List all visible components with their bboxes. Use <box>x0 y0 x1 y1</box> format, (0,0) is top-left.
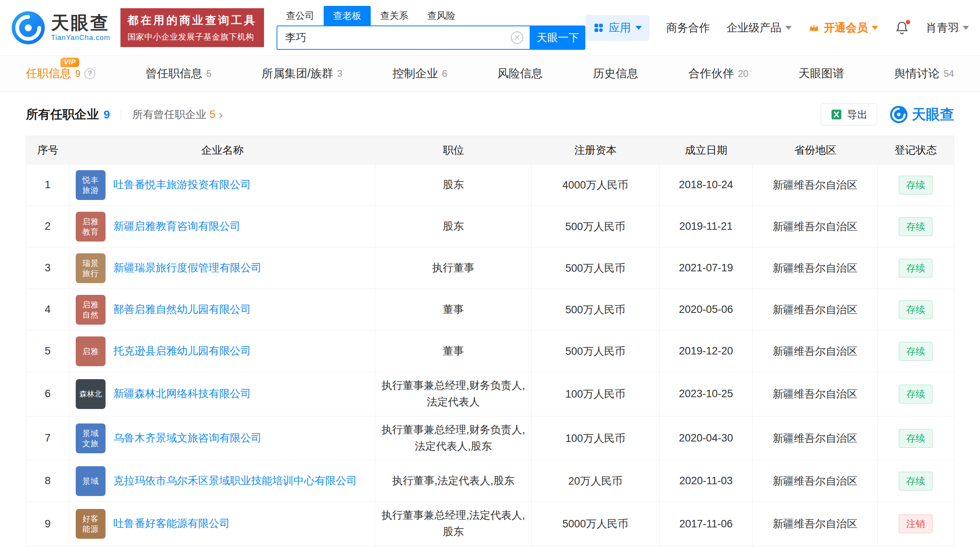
region-cell: 新疆维吾尔自治区 <box>753 460 878 501</box>
nav-tab-label: 历史信息 <box>593 66 638 82</box>
company-logo-text: 旅行 <box>82 268 99 278</box>
company-logo-text: 森林北 <box>80 389 102 399</box>
position-value: 执行董事 <box>432 260 475 276</box>
region-value: 新疆维吾尔自治区 <box>773 220 858 234</box>
status-badge: 注销 <box>899 514 933 533</box>
status-cell: 存续 <box>878 247 954 289</box>
region-value: 新疆维吾尔自治区 <box>773 517 858 531</box>
position-value: 执行董事,法定代表人,股东 <box>392 473 514 489</box>
established-date-cell: 2019-12-20 <box>659 331 753 372</box>
company-cell: 启雅教育 新疆启雅教育咨询有限公司 <box>69 206 375 247</box>
company-link[interactable]: 鄯善启雅自然幼儿园有限公司 <box>113 302 251 317</box>
vip-upgrade-menu[interactable]: 开通会员 <box>808 20 878 35</box>
capital-cell: 500万人民币 <box>532 289 659 330</box>
excel-icon <box>831 109 842 120</box>
company-logo: 启雅教育 <box>76 212 106 242</box>
company-link[interactable]: 新疆森林北网络科技有限公司 <box>113 387 251 402</box>
capital-value: 5000万人民币 <box>562 517 628 531</box>
status-badge: 存续 <box>899 217 933 236</box>
capital-value: 100万人民币 <box>565 387 625 401</box>
capital-value: 500万人民币 <box>565 303 625 317</box>
capital-cell: 100万人民币 <box>532 372 659 416</box>
search-tab[interactable]: 查关系 <box>371 6 418 25</box>
apps-menu[interactable]: 应用 <box>585 15 650 41</box>
clear-icon[interactable]: ✕ <box>511 31 523 44</box>
nav-tab[interactable]: VIP任职信息9? <box>26 56 95 91</box>
established-date-value: 2020-04-30 <box>679 432 733 444</box>
nav-tab[interactable]: 历史信息 <box>593 56 638 91</box>
business-cooperation-link[interactable]: 商务合作 <box>666 20 710 35</box>
row-index: 4 <box>45 303 51 316</box>
nav-tab[interactable]: 风险信息 <box>497 56 543 91</box>
search-box: ✕ <box>277 25 530 50</box>
position-cell: 执行董事,法定代表人,股东 <box>375 460 532 501</box>
established-date-cell: 2019-11-21 <box>659 206 753 247</box>
tianyancha-watermark: 天眼查 <box>890 105 954 124</box>
status-cell: 存续 <box>878 460 954 501</box>
search-tab[interactable]: 查风险 <box>418 6 465 25</box>
table-row: 9 好客能源 吐鲁番好客能源有限公司 执行董事兼总经理,法定代表人,股东 500… <box>26 502 954 546</box>
notifications-bell[interactable] <box>894 20 909 35</box>
search-tab[interactable]: 查公司 <box>277 6 324 25</box>
promo-line2: 国家中小企业发展子基金旗下机构 <box>128 31 257 42</box>
nav-tab[interactable]: 舆情讨论54 <box>894 56 954 91</box>
company-logo: 景域 <box>76 466 106 496</box>
table-row: 7 景域文旅 乌鲁木齐景域文旅咨询有限公司 执行董事兼总经理,财务负责人,法定代… <box>26 416 954 461</box>
nav-tab-label: 控制企业 <box>392 66 438 82</box>
row-index-cell: 9 <box>26 502 69 546</box>
apps-grid-icon <box>593 22 604 33</box>
export-button[interactable]: 导出 <box>821 104 877 125</box>
former-positions-link[interactable]: 所有曾任职企业 5 › <box>132 107 223 122</box>
company-logo-text: 教育 <box>82 227 99 237</box>
company-link[interactable]: 托克逊县启雅幼儿园有限公司 <box>113 344 251 359</box>
company-link[interactable]: 吐鲁番悦丰旅游投资有限公司 <box>113 178 251 193</box>
position-value: 股东 <box>443 177 464 193</box>
company-link[interactable]: 新疆瑞景旅行度假管理有限公司 <box>113 261 262 276</box>
position-cell: 执行董事 <box>375 247 532 289</box>
company-link[interactable]: 乌鲁木齐景域文旅咨询有限公司 <box>113 431 262 446</box>
company-link[interactable]: 克拉玛依市乌尔禾区景域职业技能培训中心有限公司 <box>113 474 357 489</box>
nav-tab-count: 5 <box>206 68 211 79</box>
nav-tab[interactable]: 天眼图谱 <box>798 56 844 91</box>
notification-dot <box>905 19 911 25</box>
enterprise-products-menu[interactable]: 企业级产品 <box>727 20 792 35</box>
tianyancha-logo[interactable]: 天眼查 TianYanCha.com <box>11 11 110 45</box>
caret-down-icon <box>636 26 642 30</box>
capital-value: 500万人民币 <box>565 344 625 358</box>
caret-down-icon <box>963 26 969 30</box>
nav-tab-count: 6 <box>442 68 447 79</box>
company-logo: 好客能源 <box>76 509 106 539</box>
search-button[interactable]: 天眼一下 <box>530 25 585 50</box>
capital-value: 4000万人民币 <box>562 178 628 192</box>
status-cell: 存续 <box>878 206 954 247</box>
vip-upgrade-label: 开通会员 <box>824 20 868 35</box>
nav-tab[interactable]: 合作伙伴20 <box>689 56 749 91</box>
user-menu[interactable]: 肖青羽 <box>926 20 969 35</box>
top-header: 天眼查 TianYanCha.com 都在用的商业查询工具 国家中小企业发展子基… <box>0 0 980 56</box>
column-header: 企业名称 <box>69 136 375 164</box>
established-date-cell: 2023-10-25 <box>659 372 753 416</box>
status-badge: 存续 <box>899 342 933 361</box>
search-input[interactable] <box>277 26 530 49</box>
search-tab[interactable]: 查老板 <box>324 6 371 25</box>
company-link[interactable]: 新疆启雅教育咨询有限公司 <box>113 219 240 234</box>
capital-value: 100万人民币 <box>565 431 625 445</box>
capital-cell: 500万人民币 <box>532 331 659 372</box>
row-index: 2 <box>45 220 51 233</box>
capital-cell: 4000万人民币 <box>532 164 659 205</box>
logo-title: 天眼查 <box>51 13 110 32</box>
row-index-cell: 8 <box>26 460 69 501</box>
nav-tab[interactable]: 所属集团/族群3 <box>262 56 342 91</box>
section-head: 所有任职企业 9 所有曾任职企业 5 › 导出 <box>0 92 980 134</box>
status-cell: 存续 <box>878 416 954 460</box>
region-value: 新疆维吾尔自治区 <box>773 431 858 445</box>
company-link[interactable]: 吐鲁番好客能源有限公司 <box>113 516 230 531</box>
status-badge: 存续 <box>899 385 933 403</box>
help-icon[interactable]: ? <box>84 68 95 79</box>
company-cell: 启雅 托克逊县启雅幼儿园有限公司 <box>69 331 375 372</box>
table-header: 序号企业名称职位注册资本成立日期省份地区登记状态 <box>26 136 954 164</box>
nav-tab[interactable]: 控制企业6 <box>392 56 447 91</box>
tianyancha-watermark-icon <box>890 105 908 124</box>
nav-tab[interactable]: 曾任职信息5 <box>146 56 211 91</box>
region-cell: 新疆维吾尔自治区 <box>753 331 878 372</box>
